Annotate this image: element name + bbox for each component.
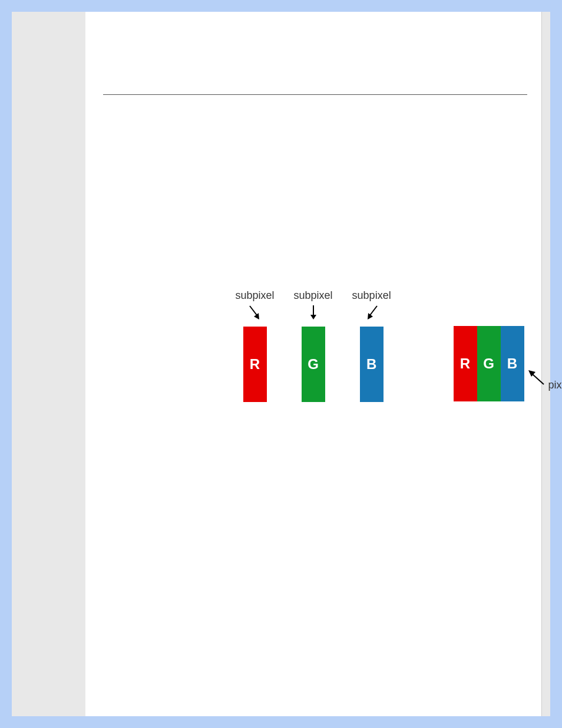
subpixel-label: subpixel bbox=[236, 289, 275, 302]
svg-line-4 bbox=[369, 306, 377, 316]
pixel-group: R G B bbox=[454, 326, 524, 401]
arrow-left-icon bbox=[526, 368, 546, 390]
pixel-label-group: pixel bbox=[526, 366, 563, 391]
pixel-cell-r: R bbox=[454, 326, 477, 401]
subpixel-label: subpixel bbox=[294, 289, 333, 302]
horizontal-rule bbox=[103, 94, 527, 95]
subpixel-letter: B bbox=[366, 356, 376, 373]
subpixel-group: subpixel R subpixel bbox=[236, 289, 391, 402]
document-page: subpixel R subpixel bbox=[85, 12, 542, 716]
page-content: subpixel R subpixel bbox=[85, 12, 541, 716]
subpixel-column-g: subpixel G bbox=[294, 289, 333, 402]
subpixel-column-r: subpixel R bbox=[236, 289, 275, 402]
subpixel-column-b: subpixel B bbox=[352, 289, 391, 402]
pixel-cell-g: G bbox=[477, 326, 501, 401]
svg-line-6 bbox=[532, 374, 544, 384]
page-container: subpixel R subpixel bbox=[12, 12, 550, 716]
rgb-diagram: subpixel R subpixel bbox=[103, 289, 541, 443]
left-margin bbox=[15, 12, 85, 716]
svg-line-0 bbox=[250, 306, 257, 316]
arrow-down-icon bbox=[364, 304, 379, 323]
right-margin bbox=[542, 12, 548, 716]
arrow-down-icon bbox=[306, 304, 321, 323]
subpixel-letter: G bbox=[308, 356, 319, 373]
arrow-down-icon bbox=[247, 304, 263, 323]
subpixel-letter: R bbox=[250, 356, 260, 373]
pixel-letter: R bbox=[460, 355, 470, 372]
pixel-cell-b: B bbox=[501, 326, 524, 401]
subpixel-g: G bbox=[302, 327, 325, 402]
svg-marker-3 bbox=[310, 315, 316, 319]
subpixel-b: B bbox=[360, 327, 384, 402]
subpixel-label: subpixel bbox=[352, 289, 391, 302]
pixel-letter: G bbox=[483, 355, 494, 372]
pixel-label: pixel bbox=[548, 379, 563, 391]
subpixel-r: R bbox=[243, 327, 267, 402]
pixel-letter: B bbox=[507, 355, 517, 372]
